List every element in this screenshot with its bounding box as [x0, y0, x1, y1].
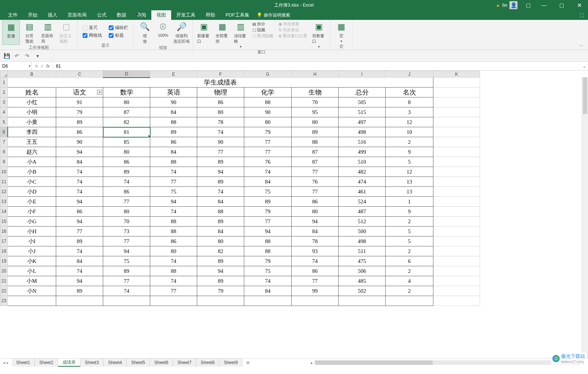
col-header-H[interactable]: H [292, 71, 339, 78]
cell[interactable]: 小I [8, 236, 56, 246]
horizontal-scrollbar[interactable] [314, 360, 581, 365]
title-cell[interactable]: 学生成绩表 [8, 78, 433, 88]
cell[interactable]: 2 [386, 246, 433, 256]
cell[interactable]: 84 [197, 197, 244, 207]
cell[interactable]: 小K [8, 256, 56, 266]
cell[interactable]: 82 [197, 246, 244, 256]
cell[interactable]: 498 [339, 236, 386, 246]
cell[interactable]: 77 [292, 276, 339, 286]
qat-more[interactable]: ▾ [34, 52, 41, 60]
cell[interactable]: 1 [386, 197, 433, 207]
name-box[interactable]: D6▾ [0, 62, 32, 70]
cell[interactable]: 小N [8, 286, 56, 296]
cell[interactable]: 485 [339, 276, 386, 286]
col-header-K[interactable]: K [433, 71, 480, 78]
cell[interactable]: 90 [197, 137, 244, 147]
cell[interactable]: 77 [150, 177, 197, 187]
cell[interactable]: 88 [150, 217, 197, 227]
cell[interactable] [386, 296, 433, 306]
sheet-tab-Sheet1[interactable]: Sheet1 [12, 359, 35, 367]
cell[interactable]: 2 [386, 137, 433, 147]
row-header-21[interactable]: 21 [0, 276, 8, 286]
header-cell[interactable]: 生物 [292, 88, 339, 97]
cell[interactable]: 89 [197, 177, 244, 187]
cell[interactable]: 90 [150, 97, 197, 107]
cell[interactable]: 89 [292, 127, 339, 137]
cell[interactable]: 90 [244, 107, 292, 117]
tell-me-search[interactable]: 💡 操作说明搜索 [257, 10, 290, 20]
row-header-7[interactable]: 7 [0, 137, 8, 147]
cell[interactable]: 512 [339, 217, 386, 227]
cell[interactable]: 9 [386, 147, 433, 157]
cell[interactable]: 94 [150, 197, 197, 207]
cell[interactable]: 506 [339, 266, 386, 276]
cell[interactable]: 70 [292, 97, 339, 107]
row-header-23[interactable]: 23 [0, 296, 8, 306]
share-button[interactable]: ⬚ [580, 12, 584, 18]
cell[interactable]: 86 [150, 137, 197, 147]
row-header-10[interactable]: 10 [0, 167, 8, 177]
macros-button[interactable]: ▦宏▾ [332, 21, 350, 44]
cell[interactable]: 87 [103, 107, 150, 117]
cell[interactable]: 88 [244, 97, 292, 107]
col-header-F[interactable]: F [197, 71, 244, 78]
cell[interactable]: 小G [8, 217, 56, 227]
new-window[interactable]: ▣新建窗口 [195, 21, 213, 49]
zoom-button[interactable]: 🔍缩 放 [136, 21, 154, 45]
cell[interactable]: 84 [150, 147, 197, 157]
cell[interactable]: 77 [150, 286, 197, 296]
cell[interactable]: 76 [292, 177, 339, 187]
cell[interactable]: 510 [339, 157, 386, 167]
cell[interactable]: 小D [8, 187, 56, 197]
cell[interactable]: 75 [244, 187, 292, 197]
cell[interactable]: 74 [197, 187, 244, 197]
col-header-B[interactable]: B [8, 71, 56, 78]
cell[interactable]: 3 [386, 107, 433, 117]
cell[interactable]: 84 [56, 157, 103, 167]
header-cell[interactable]: 姓名 [8, 88, 56, 97]
header-cell[interactable]: 总分 [339, 88, 386, 97]
cell[interactable]: 89 [103, 167, 150, 177]
cell[interactable]: 500 [339, 227, 386, 236]
row-header-1[interactable]: 1 [0, 78, 8, 88]
cell[interactable] [56, 296, 103, 306]
cell[interactable]: 77 [103, 236, 150, 246]
filter-dropdown-icon[interactable]: ▾ [97, 90, 102, 95]
cell[interactable]: 小L [8, 266, 56, 276]
cell[interactable]: 74 [244, 167, 292, 177]
cell[interactable]: 88 [150, 266, 197, 276]
cell[interactable]: 小H [8, 227, 56, 236]
view-page-break-preview[interactable]: ▤分页 预览 [21, 21, 38, 45]
cell[interactable]: 79 [244, 256, 292, 266]
row-header-12[interactable]: 12 [0, 187, 8, 197]
cell[interactable]: 5 [386, 227, 433, 236]
cell[interactable]: 94 [103, 246, 150, 256]
cell[interactable]: 88 [150, 227, 197, 236]
cell[interactable]: 80 [292, 207, 339, 217]
tab-file[interactable]: 文件 [3, 10, 23, 20]
cell[interactable]: 88 [244, 246, 292, 256]
col-header-G[interactable]: G [244, 71, 292, 78]
cell[interactable]: 80 [103, 207, 150, 217]
cell[interactable]: 91 [56, 97, 103, 107]
cell[interactable]: 77 [292, 167, 339, 177]
minimize-button[interactable]: — [537, 0, 551, 10]
cell[interactable]: 77 [244, 147, 292, 157]
cell[interactable]: 小J [8, 246, 56, 256]
cell[interactable]: 小E [8, 197, 56, 207]
cell[interactable]: 小F [8, 207, 56, 217]
cell[interactable]: 89 [56, 236, 103, 246]
cell[interactable]: 88 [244, 236, 292, 246]
cell[interactable]: 498 [339, 127, 386, 137]
cell[interactable]: 88 [197, 207, 244, 217]
zoom-100[interactable]: ⦾100% [154, 21, 172, 45]
cell[interactable]: 74 [150, 256, 197, 266]
row-header-9[interactable]: 9 [0, 157, 8, 167]
cell[interactable]: 89 [103, 266, 150, 276]
cell[interactable]: 89 [197, 276, 244, 286]
row-header-8[interactable]: 8 [0, 147, 8, 157]
header-cell[interactable]: 化学 [244, 88, 292, 97]
check-formula-bar[interactable] [109, 25, 113, 30]
arrange-all[interactable]: ▦全部重排 [213, 21, 231, 49]
view-normal[interactable]: ▦普通 [2, 21, 20, 45]
